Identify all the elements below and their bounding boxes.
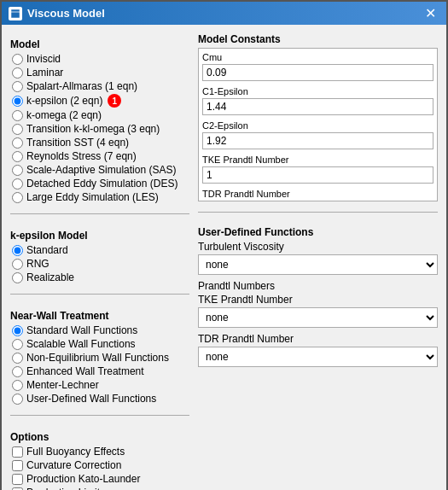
kepsilon-radio-group: Standard RNG Realizable: [10, 244, 189, 283]
model-des[interactable]: Detached Eddy Simulation (DES): [12, 178, 189, 190]
opt-limiter-label: Production Limiter: [26, 487, 109, 490]
ke-realizable-label: Realizable: [26, 271, 74, 283]
constant-cmu-label: Cmu: [202, 52, 433, 62]
nw-scalable[interactable]: Scalable Wall Functions: [12, 338, 189, 350]
options-checkbox-group: Full Buoyancy Effects Curvature Correcti…: [10, 446, 189, 490]
separator-2: [10, 294, 189, 295]
constant-c2epsilon: C2-Epsilon: [202, 120, 433, 149]
nw-menter-label: Menter-Lechner: [26, 379, 99, 391]
separator-1: [10, 213, 189, 214]
title-bar: Viscous Model ✕: [2, 2, 446, 25]
model-reynolds-stress[interactable]: Reynolds Stress (7 eqn): [12, 150, 189, 162]
udf-tke-select[interactable]: none: [198, 307, 438, 328]
udf-tdr-label: TDR Prandtl Number: [198, 333, 438, 345]
constant-cmu-input[interactable]: [202, 64, 433, 81]
nw-enhanced-label: Enhanced Wall Treatment: [26, 365, 144, 377]
les-label: Large Eddy Simulation (LES): [26, 191, 159, 203]
reynolds-label: Reynolds Stress (7 eqn): [26, 150, 137, 162]
model-constants-label: Model Constants: [198, 33, 438, 45]
model-laminar[interactable]: Laminar: [12, 67, 189, 79]
options-label: Options: [10, 431, 189, 443]
options-section: Options Full Buoyancy Effects Curvature …: [10, 431, 189, 490]
spalart-label: Spalart-Allmaras (1 eqn): [26, 80, 137, 92]
prandtl-numbers-label: Prandtl Numbers: [198, 280, 438, 292]
nw-non-equilibrium[interactable]: Non-Equilibrium Wall Functions: [12, 352, 189, 364]
model-spalart[interactable]: Spalart-Allmaras (1 eqn): [12, 80, 189, 92]
kepsilon-model-section: k-epsilon Model Standard RNG Realizab: [10, 230, 189, 283]
nw-standard-label: Standard Wall Functions: [26, 324, 137, 336]
constant-tdr-prandtl: TDR Prandtl Number: [202, 189, 433, 201]
udf-tdr-prandtl: TDR Prandtl Number none: [198, 333, 438, 367]
kepsilon-standard[interactable]: Standard: [12, 244, 189, 256]
udf-label: User-Defined Functions: [198, 226, 438, 238]
nw-noneq-label: Non-Equilibrium Wall Functions: [26, 352, 169, 364]
kepsilon-model-label: k-epsilon Model: [10, 230, 189, 242]
nw-standard[interactable]: Standard Wall Functions: [12, 324, 189, 336]
nw-menter-lechner[interactable]: Menter-Lechner: [12, 379, 189, 391]
udf-tke-label: TKE Prandtl Number: [198, 294, 438, 306]
nw-user-label: User-Defined Wall Functions: [26, 393, 156, 405]
model-transition-kklomega[interactable]: Transition k-kl-omega (3 eqn): [12, 123, 189, 135]
window-icon: [9, 7, 22, 20]
model-les[interactable]: Large Eddy Simulation (LES): [12, 191, 189, 203]
ke-standard-label: Standard: [26, 244, 68, 256]
trans-sst-label: Transition SST (4 eqn): [26, 137, 129, 149]
near-wall-section: Near-Wall Treatment Standard Wall Functi…: [10, 310, 189, 405]
model-transition-sst[interactable]: Transition SST (4 eqn): [12, 137, 189, 149]
constant-c2epsilon-label: C2-Epsilon: [202, 120, 433, 131]
udf-tke-prandtl: TKE Prandtl Number none: [198, 294, 438, 328]
model-section: Model Inviscid Laminar Spalart-Allma: [10, 38, 189, 203]
constant-c2epsilon-input[interactable]: [202, 132, 433, 149]
model-radio-group: Inviscid Laminar Spalart-Allmaras (1 eqn…: [10, 53, 189, 203]
close-button[interactable]: ✕: [422, 5, 439, 21]
nw-scalable-label: Scalable Wall Functions: [26, 338, 136, 350]
nw-user-defined[interactable]: User-Defined Wall Functions: [12, 393, 189, 405]
model-section-label: Model: [10, 38, 189, 50]
kepsilon-rng[interactable]: RNG: [12, 258, 189, 270]
right-separator: [198, 212, 438, 213]
kepsilon-realizable[interactable]: Realizable: [12, 271, 189, 283]
svg-rect-0: [11, 9, 20, 18]
constant-tdr-prandtl-label: TDR Prandtl Number: [202, 189, 433, 199]
kepsilon-badge: 1: [108, 94, 121, 108]
model-inviscid[interactable]: Inviscid: [12, 53, 189, 65]
opt-buoyancy-label: Full Buoyancy Effects: [26, 446, 125, 458]
constant-c1epsilon-label: C1-Epsilon: [202, 86, 433, 96]
udf-tv-select[interactable]: none: [198, 254, 438, 275]
opt-curvature-label: Curvature Correction: [26, 459, 121, 471]
constant-cmu: Cmu: [202, 52, 433, 81]
des-label: Detached Eddy Simulation (DES): [26, 178, 177, 190]
opt-buoyancy[interactable]: Full Buoyancy Effects: [12, 446, 189, 458]
nw-enhanced[interactable]: Enhanced Wall Treatment: [12, 365, 189, 377]
viscous-model-window: Viscous Model ✕ Model Inviscid: [0, 0, 448, 490]
left-panel: Model Inviscid Laminar Spalart-Allma: [10, 33, 189, 490]
constant-tdr-prandtl-input[interactable]: [202, 201, 433, 201]
laminar-label: Laminar: [26, 67, 63, 79]
constant-tke-prandtl-input[interactable]: [202, 166, 433, 184]
opt-kato-label: Production Kato-Launder: [26, 473, 140, 485]
separator-3: [10, 415, 189, 416]
near-wall-radio-group: Standard Wall Functions Scalable Wall Fu…: [10, 324, 189, 405]
main-content: Model Inviscid Laminar Spalart-Allma: [2, 25, 446, 490]
constant-c1epsilon-input[interactable]: [202, 98, 433, 115]
constant-tke-prandtl: TKE Prandtl Number: [202, 155, 433, 184]
opt-production-limiter[interactable]: Production Limiter: [12, 487, 189, 490]
sas-label: Scale-Adaptive Simulation (SAS): [26, 164, 176, 176]
model-constants-box[interactable]: Cmu C1-Epsilon C2-Epsilon TKE Prand: [198, 48, 438, 201]
trans-kklomega-label: Transition k-kl-omega (3 eqn): [26, 123, 160, 135]
udf-tdr-select[interactable]: none: [198, 347, 438, 367]
constant-tke-prandtl-label: TKE Prandtl Number: [202, 155, 433, 165]
opt-curvature[interactable]: Curvature Correction: [12, 459, 189, 471]
opt-production-kato[interactable]: Production Kato-Launder: [12, 473, 189, 485]
model-komega[interactable]: k-omega (2 eqn): [12, 109, 189, 121]
model-sas[interactable]: Scale-Adaptive Simulation (SAS): [12, 164, 189, 176]
model-kepsilon[interactable]: k-epsilon (2 eqn) 1: [12, 94, 189, 108]
udf-turbulent-viscosity: Turbulent Viscosity none: [198, 241, 438, 275]
constant-c1epsilon: C1-Epsilon: [202, 86, 433, 115]
prandtl-numbers-section: Prandtl Numbers TKE Prandtl Number none …: [198, 280, 438, 367]
udf-section: User-Defined Functions Turbulent Viscosi…: [198, 226, 438, 372]
right-panel: Model Constants Cmu C1-Epsilon C2-Epsilo…: [198, 33, 438, 490]
komega-label: k-omega (2 eqn): [26, 109, 102, 121]
ke-rng-label: RNG: [26, 258, 49, 270]
model-constants-section: Model Constants Cmu C1-Epsilon C2-Epsilo…: [198, 33, 438, 201]
